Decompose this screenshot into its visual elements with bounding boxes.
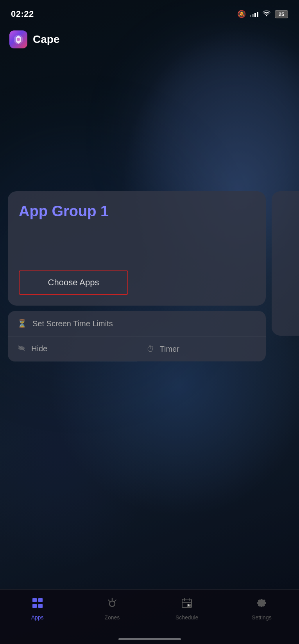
- svg-rect-4: [38, 598, 43, 602]
- card-title: App Group 1: [19, 203, 255, 220]
- settings-icon: [255, 597, 268, 612]
- schedule-icon: [181, 597, 193, 612]
- bottom-nav: Apps Zones Schedule: [0, 589, 299, 644]
- app-title: Cape: [33, 33, 59, 46]
- nav-item-settings[interactable]: Settings: [246, 597, 277, 621]
- home-indicator: [118, 638, 181, 640]
- hide-label: Hide: [31, 344, 47, 353]
- card-area: App Group 1 Choose Apps ⏳ Set Screen Tim…: [8, 191, 291, 361]
- screen-time-menu-item[interactable]: ⏳ Set Screen Time Limits: [8, 311, 266, 336]
- svg-point-7: [109, 601, 115, 607]
- nav-item-schedule[interactable]: Schedule: [171, 597, 202, 621]
- status-bar: 02:22 🔕 25: [0, 0, 299, 23]
- status-time: 02:22: [11, 9, 34, 19]
- status-icons: 🔕 25: [237, 10, 288, 18]
- wifi-icon: [262, 10, 271, 18]
- nav-label-settings: Settings: [252, 614, 272, 621]
- nav-label-schedule: Schedule: [175, 614, 198, 621]
- nav-label-apps: Apps: [31, 614, 44, 621]
- apps-icon: [31, 597, 44, 612]
- timer-label: Timer: [160, 345, 179, 354]
- hourglass-icon: ⏳: [17, 319, 27, 328]
- svg-rect-6: [38, 604, 43, 608]
- zones-icon: [106, 597, 118, 612]
- battery-indicator: 25: [275, 10, 288, 18]
- secondary-menu-card: ⏳ Set Screen Time Limits Hide ⏱ Timer: [8, 311, 266, 361]
- nav-item-apps[interactable]: Apps: [22, 597, 53, 621]
- timer-icon: ⏱: [147, 345, 154, 354]
- nav-label-zones: Zones: [104, 614, 120, 621]
- app-header: Cape: [0, 27, 69, 52]
- screen-time-label: Set Screen Time Limits: [32, 319, 113, 328]
- hide-icon: [17, 344, 26, 353]
- svg-line-9: [108, 600, 110, 601]
- primary-card: App Group 1 Choose Apps: [8, 191, 266, 306]
- svg-line-10: [115, 600, 116, 601]
- svg-rect-3: [32, 598, 37, 602]
- choose-apps-button[interactable]: Choose Apps: [19, 270, 128, 295]
- mute-icon: 🔕: [237, 10, 246, 18]
- timer-menu-item[interactable]: ⏱ Timer: [137, 336, 266, 361]
- hide-timer-row: Hide ⏱ Timer: [8, 336, 266, 361]
- signal-icon: [250, 11, 258, 17]
- svg-point-1: [17, 38, 20, 41]
- app-icon: [9, 30, 27, 48]
- hide-menu-item[interactable]: Hide: [8, 336, 137, 361]
- nav-item-zones[interactable]: Zones: [97, 597, 128, 621]
- svg-rect-5: [32, 604, 37, 608]
